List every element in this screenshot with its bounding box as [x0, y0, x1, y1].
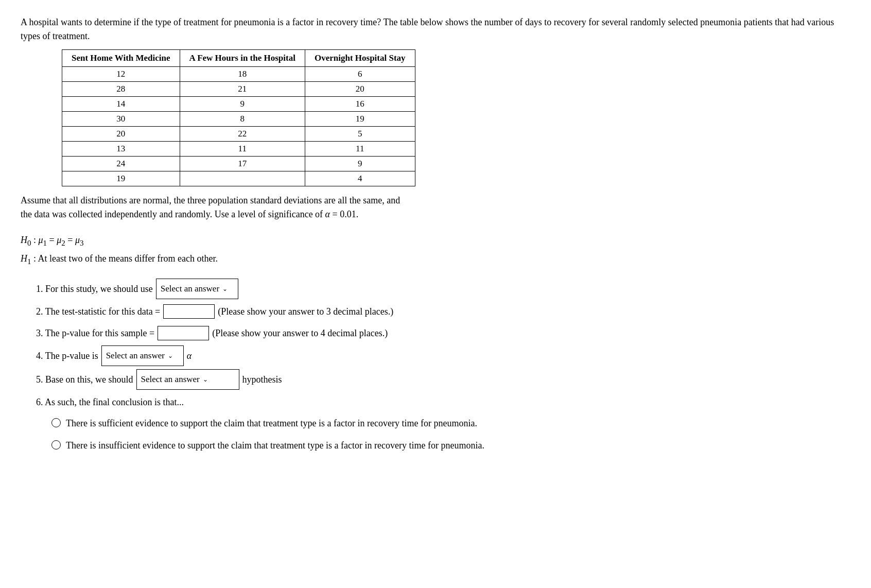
q5-label: 5. Base on this, we should — [36, 370, 133, 389]
table-row: 14916 — [62, 97, 415, 112]
conclusion-option-2: There is insufficient evidence to suppor… — [51, 439, 850, 453]
col-header-1: Sent Home With Medicine — [62, 50, 180, 67]
q4-alpha: α — [187, 347, 191, 365]
q2-suffix: (Please show your answer to 3 decimal pl… — [218, 302, 393, 321]
conclusion-2-text: There is insufficient evidence to suppor… — [66, 439, 484, 453]
col-header-3: Overnight Hospital Stay — [305, 50, 415, 67]
cell-r7-c1 — [180, 171, 305, 186]
cell-r7-c2: 4 — [305, 171, 415, 186]
cell-r1-c2: 20 — [305, 82, 415, 97]
cell-r2-c2: 16 — [305, 97, 415, 112]
cell-r0-c2: 6 — [305, 67, 415, 82]
cell-r0-c1: 18 — [180, 67, 305, 82]
q5-suffix: hypothesis — [242, 370, 282, 389]
cell-r3-c0: 30 — [62, 112, 180, 127]
table-row: 24179 — [62, 157, 415, 171]
cell-r2-c0: 14 — [62, 97, 180, 112]
cell-r6-c2: 9 — [305, 157, 415, 171]
table-row: 131111 — [62, 142, 415, 157]
cell-r5-c2: 11 — [305, 142, 415, 157]
cell-r6-c0: 24 — [62, 157, 180, 171]
q1-number: 1. For this study, we should use — [36, 280, 153, 298]
q5-chevron-icon: ⌄ — [203, 373, 208, 386]
table-row: 30819 — [62, 112, 415, 127]
q2-input[interactable] — [163, 304, 215, 319]
q3-label: 3. The p-value for this sample = — [36, 324, 154, 342]
table-row: 12186 — [62, 67, 415, 82]
conclusion-option-1: There is sufficient evidence to support … — [51, 417, 850, 430]
q1-chevron-icon: ⌄ — [222, 283, 228, 295]
cell-r3-c1: 8 — [180, 112, 305, 127]
radio-2-icon[interactable] — [51, 440, 61, 449]
cell-r7-c0: 19 — [62, 171, 180, 186]
q4-chevron-icon: ⌄ — [168, 350, 173, 362]
q6-label: 6. As such, the final conclusion is that… — [36, 393, 184, 411]
table-row: 282120 — [62, 82, 415, 97]
cell-r4-c2: 5 — [305, 127, 415, 142]
q4-dropdown[interactable]: Select an answer ⌄ — [101, 345, 184, 366]
q5-dropdown[interactable]: Select an answer ⌄ — [136, 369, 239, 390]
table-row: 194 — [62, 171, 415, 186]
h0-line: H0 : μ1 = μ2 = μ3 — [21, 232, 850, 250]
cell-r0-c0: 12 — [62, 67, 180, 82]
cell-r4-c1: 22 — [180, 127, 305, 142]
table-row: 20225 — [62, 127, 415, 142]
q1-dropdown[interactable]: Select an answer ⌄ — [156, 279, 238, 299]
q2-label: 2. The test-statistic for this data = — [36, 302, 160, 321]
q5-dropdown-label: Select an answer — [141, 371, 200, 388]
q4-label: 4. The p-value is — [36, 347, 98, 365]
q1-dropdown-label: Select an answer — [161, 280, 219, 298]
cell-r5-c1: 11 — [180, 142, 305, 157]
cell-r3-c2: 19 — [305, 112, 415, 127]
cell-r6-c1: 17 — [180, 157, 305, 171]
question-2: 2. The test-statistic for this data = (P… — [36, 302, 850, 321]
problem-description: A hospital wants to determine if the typ… — [21, 15, 850, 43]
cell-r4-c0: 20 — [62, 127, 180, 142]
conclusion-1-text: There is sufficient evidence to support … — [66, 417, 477, 430]
q3-suffix: (Please show your answer to 4 decimal pl… — [212, 324, 388, 342]
hypothesis-block: H0 : μ1 = μ2 = μ3 H1 : At least two of t… — [21, 232, 850, 268]
question-6: 6. As such, the final conclusion is that… — [36, 393, 850, 411]
question-4: 4. The p-value is Select an answer ⌄ α — [36, 345, 850, 366]
q3-input[interactable] — [158, 326, 209, 340]
h1-line: H1 : At least two of the means differ fr… — [21, 250, 850, 269]
cell-r1-c1: 21 — [180, 82, 305, 97]
questions-block: 1. For this study, we should use Select … — [36, 279, 850, 411]
question-3: 3. The p-value for this sample = (Please… — [36, 324, 850, 342]
cell-r1-c0: 28 — [62, 82, 180, 97]
cell-r5-c0: 13 — [62, 142, 180, 157]
question-5: 5. Base on this, we should Select an ans… — [36, 369, 850, 390]
q4-dropdown-label: Select an answer — [106, 347, 165, 365]
col-header-2: A Few Hours in the Hospital — [180, 50, 305, 67]
assumption-text: Assume that all distributions are normal… — [21, 194, 850, 221]
data-table: Sent Home With Medicine A Few Hours in t… — [62, 49, 415, 186]
question-1: 1. For this study, we should use Select … — [36, 279, 850, 299]
cell-r2-c1: 9 — [180, 97, 305, 112]
conclusion-block: There is sufficient evidence to support … — [51, 417, 850, 453]
radio-1-icon[interactable] — [51, 418, 61, 427]
